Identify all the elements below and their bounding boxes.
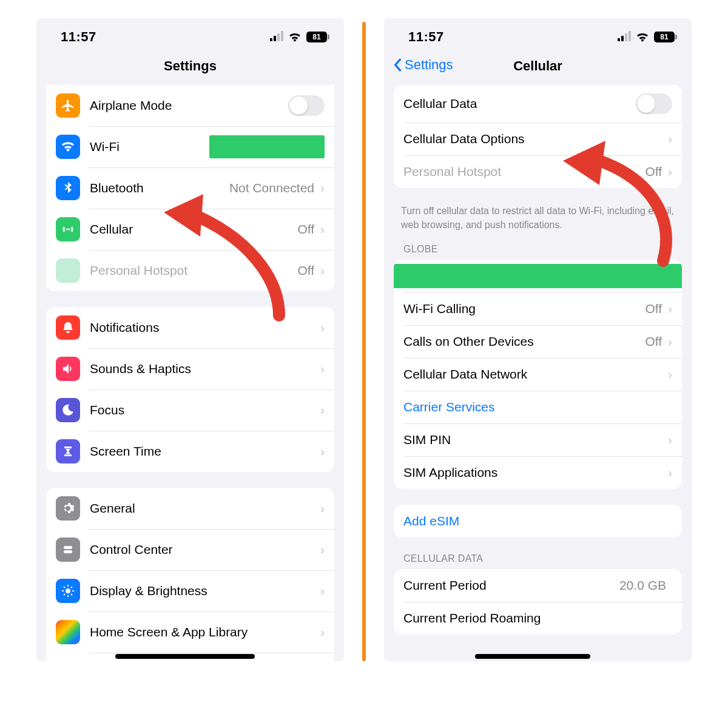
chevron-right-icon: ›	[320, 625, 325, 639]
display-icon	[56, 579, 80, 603]
homescreen-icon	[56, 620, 80, 644]
notifications-icon	[56, 315, 80, 340]
current-period-label: Current Period	[403, 578, 619, 593]
chevron-right-icon: ›	[320, 444, 325, 459]
wifi-calling-row[interactable]: Wi-Fi Calling Off ›	[394, 292, 682, 325]
current-period-roaming-row[interactable]: Current Period Roaming	[394, 602, 682, 635]
cellular-data-label: Cellular Data	[403, 96, 636, 111]
current-period-detail: 20.0 GB	[619, 578, 666, 593]
redaction-bar	[115, 654, 255, 659]
focus-label: Focus	[90, 403, 320, 417]
bluetooth-label: Bluetooth	[90, 181, 229, 195]
notifications-row[interactable]: Notifications ›	[46, 307, 334, 348]
add-esim-row[interactable]: Add eSIM	[394, 505, 682, 538]
cellular-signal-icon	[618, 33, 631, 41]
hotspot-row[interactable]: Personal Hotspot Off ›	[46, 250, 334, 291]
page-title: Settings	[164, 58, 217, 74]
svg-line-8	[71, 594, 72, 595]
airplane-label: Airplane Mode	[90, 98, 288, 113]
svg-line-9	[71, 587, 72, 588]
cellular-data-options-row[interactable]: Cellular Data Options ›	[394, 123, 682, 155]
cellular-signal-icon	[270, 33, 283, 41]
chevron-right-icon: ›	[668, 334, 672, 349]
back-button[interactable]: Settings	[393, 57, 453, 73]
status-time: 11:57	[61, 29, 96, 45]
cellular-icon	[56, 217, 80, 241]
sounds-row[interactable]: Sounds & Haptics ›	[46, 348, 334, 389]
wifi-icon	[288, 32, 302, 42]
carrier-name-row[interactable]	[394, 260, 682, 292]
current-period-roaming-label: Current Period Roaming	[403, 611, 672, 625]
cellular-label: Cellular	[90, 222, 297, 237]
nav-bar: Settings	[36, 52, 344, 85]
wifi-calling-label: Wi-Fi Calling	[403, 302, 645, 316]
chevron-right-icon: ›	[668, 164, 672, 179]
chevron-right-icon: ›	[320, 181, 325, 195]
personal-hotspot-row[interactable]: Personal Hotspot Off ›	[394, 155, 682, 188]
chevron-right-icon: ›	[320, 320, 325, 335]
wifi-row[interactable]: Wi-Fi	[46, 126, 334, 167]
homescreen-row[interactable]: Home Screen & App Library ›	[46, 612, 334, 653]
personal-hotspot-label: Personal Hotspot	[403, 164, 645, 179]
bluetooth-icon	[56, 176, 80, 200]
screentime-label: Screen Time	[90, 444, 320, 459]
hotspot-label: Personal Hotspot	[90, 263, 297, 278]
chevron-right-icon: ›	[320, 542, 325, 557]
display-row[interactable]: Display & Brightness ›	[46, 570, 334, 612]
calls-other-devices-row[interactable]: Calls on Other Devices Off ›	[394, 325, 682, 358]
carrier-name-redacted	[394, 264, 682, 288]
wifi-app-icon	[56, 135, 80, 159]
sim-applications-label: SIM Applications	[403, 465, 668, 480]
screentime-row[interactable]: Screen Time ›	[46, 431, 334, 472]
status-bar: 11:57 81	[384, 18, 692, 52]
svg-point-2	[66, 588, 70, 593]
nav-bar: Settings Cellular	[384, 52, 692, 85]
chevron-right-icon: ›	[320, 263, 325, 278]
wifi-icon	[636, 32, 649, 42]
carrier-services-label: Carrier Services	[403, 400, 672, 414]
chevron-right-icon: ›	[668, 132, 672, 146]
display-label: Display & Brightness	[90, 584, 320, 598]
gear-icon	[56, 496, 80, 521]
back-label: Settings	[405, 57, 453, 73]
airplane-mode-row[interactable]: Airplane Mode	[46, 85, 334, 126]
chevron-right-icon: ›	[320, 362, 325, 376]
svg-line-7	[64, 587, 65, 588]
sim-applications-row[interactable]: SIM Applications ›	[394, 456, 682, 489]
connectivity-group: Airplane Mode Wi-Fi Bluetooth Not Connec…	[46, 85, 334, 291]
cellular-footnote: Turn off cellular data to restrict all d…	[384, 204, 692, 244]
hotspot-detail: Off	[297, 263, 314, 278]
general-row[interactable]: General ›	[46, 488, 334, 529]
current-period-row[interactable]: Current Period 20.0 GB	[394, 569, 682, 602]
cellular-data-network-label: Cellular Data Network	[403, 367, 668, 382]
general-group: General › Control Center › Display & Bri…	[46, 488, 334, 661]
cellular-row[interactable]: Cellular Off ›	[46, 209, 334, 250]
wifi-value-redacted	[209, 135, 325, 158]
focus-row[interactable]: Focus ›	[46, 389, 334, 431]
data-section-header: CELLULAR DATA	[384, 553, 692, 569]
focus-icon	[56, 398, 80, 422]
controlcenter-label: Control Center	[90, 542, 320, 557]
attention-group: Notifications › Sounds & Haptics › Focus…	[46, 307, 334, 472]
sim-pin-row[interactable]: SIM PIN ›	[394, 423, 682, 456]
svg-rect-1	[64, 550, 72, 553]
homescreen-label: Home Screen & App Library	[90, 625, 320, 639]
chevron-right-icon: ›	[668, 302, 672, 316]
screenshot-divider	[362, 22, 366, 661]
carrier-services-row[interactable]: Carrier Services	[394, 391, 682, 423]
airplane-toggle[interactable]	[288, 95, 325, 116]
chevron-right-icon: ›	[320, 222, 325, 237]
esim-group: Add eSIM	[394, 505, 682, 538]
screentime-icon	[56, 439, 80, 463]
cellular-detail: Off	[297, 222, 314, 237]
controlcenter-row[interactable]: Control Center ›	[46, 529, 334, 570]
sim-pin-label: SIM PIN	[403, 433, 668, 447]
bluetooth-detail: Not Connected	[229, 181, 314, 195]
calls-other-devices-detail: Off	[645, 334, 662, 349]
chevron-right-icon: ›	[668, 433, 672, 447]
bluetooth-row[interactable]: Bluetooth Not Connected ›	[46, 167, 334, 209]
cellular-data-network-row[interactable]: Cellular Data Network ›	[394, 358, 682, 391]
cellular-data-toggle[interactable]	[636, 93, 672, 114]
cellular-data-row[interactable]: Cellular Data	[394, 85, 682, 123]
airplane-icon	[56, 93, 80, 118]
